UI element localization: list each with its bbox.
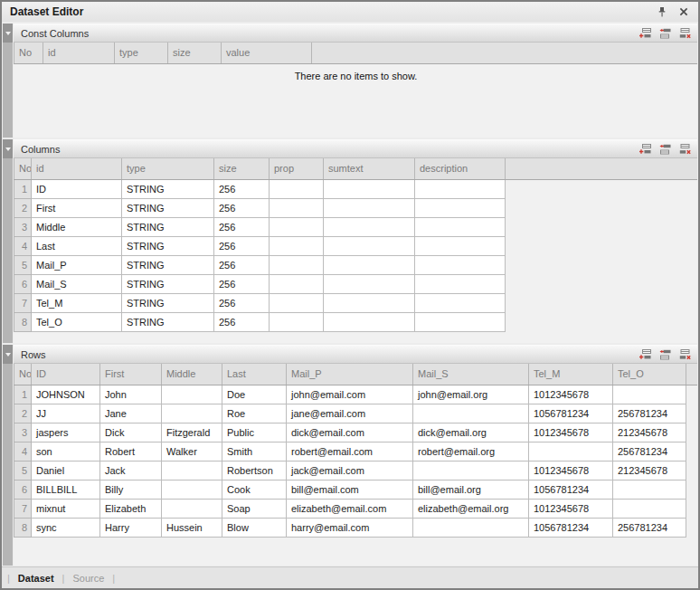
cell-tel_o[interactable] bbox=[613, 385, 686, 404]
row-number[interactable]: 7 bbox=[14, 293, 32, 312]
cell-last[interactable]: Public bbox=[222, 423, 287, 442]
column-header-prop[interactable]: prop bbox=[270, 158, 324, 179]
row-number[interactable]: 4 bbox=[14, 236, 32, 255]
column-header-id[interactable]: id bbox=[43, 43, 115, 63]
cell-tel_o[interactable]: 256781234 bbox=[613, 518, 686, 537]
cell-id[interactable]: Mail_S bbox=[32, 274, 122, 293]
column-header-last[interactable]: Last bbox=[222, 364, 287, 385]
column-header-id[interactable]: id bbox=[32, 158, 122, 179]
cell-size[interactable]: 256 bbox=[214, 179, 270, 198]
cell-mail_s[interactable]: dick@email.org bbox=[413, 423, 529, 442]
add-row-button[interactable] bbox=[639, 28, 651, 39]
cell-mail_s[interactable]: bill@email.org bbox=[413, 480, 529, 499]
cell-sumtext[interactable] bbox=[324, 236, 415, 255]
row-number[interactable]: 7 bbox=[14, 499, 32, 518]
cell-tel_o[interactable] bbox=[613, 480, 686, 499]
row-number[interactable]: 6 bbox=[14, 480, 32, 499]
cell-id[interactable]: son bbox=[32, 442, 100, 461]
cell-last[interactable]: Smith bbox=[222, 442, 287, 461]
cell-id[interactable]: BILLBILL bbox=[32, 480, 100, 499]
cell-description[interactable] bbox=[415, 179, 506, 198]
column-header-tel_m[interactable]: Tel_M bbox=[529, 364, 613, 385]
column-header-description[interactable]: description bbox=[415, 158, 506, 179]
cell-mail_p[interactable]: dick@email.com bbox=[287, 423, 413, 442]
row-number[interactable]: 3 bbox=[14, 217, 32, 236]
cell-size[interactable]: 256 bbox=[214, 255, 270, 274]
cell-id[interactable]: sync bbox=[32, 518, 100, 537]
column-header-tel_o[interactable]: Tel_O bbox=[613, 364, 686, 385]
cell-prop[interactable] bbox=[270, 312, 324, 331]
cell-mail_s[interactable]: elizabeth@email.org bbox=[413, 499, 529, 518]
collapse-columns-button[interactable] bbox=[3, 139, 13, 158]
cell-tel_o[interactable]: 256781234 bbox=[613, 442, 686, 461]
close-button[interactable] bbox=[677, 6, 689, 18]
cell-tel_m[interactable]: 1056781234 bbox=[529, 480, 613, 499]
cell-id[interactable]: mixnut bbox=[32, 499, 100, 518]
cell-type[interactable]: STRING bbox=[122, 179, 214, 198]
row-number[interactable]: 8 bbox=[14, 518, 32, 537]
cell-last[interactable]: Doe bbox=[222, 385, 287, 404]
cell-tel_o[interactable]: 212345678 bbox=[613, 423, 686, 442]
cell-description[interactable] bbox=[415, 236, 506, 255]
column-header-value[interactable]: value bbox=[222, 43, 312, 63]
cell-mail_p[interactable]: harry@email.com bbox=[287, 518, 413, 537]
cell-sumtext[interactable] bbox=[324, 274, 415, 293]
cell-type[interactable]: STRING bbox=[122, 198, 214, 217]
delete-row-button[interactable] bbox=[679, 28, 691, 39]
cell-tel_o[interactable]: 256781234 bbox=[613, 404, 686, 423]
cell-mail_p[interactable]: jack@email.com bbox=[287, 461, 413, 480]
cell-last[interactable]: Cook bbox=[222, 480, 287, 499]
cell-first[interactable]: Elizabeth bbox=[100, 499, 162, 518]
add-row-button[interactable] bbox=[639, 144, 651, 155]
column-header-no[interactable]: No bbox=[14, 158, 32, 179]
column-header-mail_p[interactable]: Mail_P bbox=[287, 364, 413, 385]
cell-prop[interactable] bbox=[270, 274, 324, 293]
column-header-type[interactable]: type bbox=[115, 43, 168, 63]
cell-middle[interactable]: Fitzgerald bbox=[162, 423, 222, 442]
cell-first[interactable]: Jack bbox=[100, 461, 162, 480]
column-header-no[interactable]: No bbox=[14, 43, 43, 63]
collapse-rows-button[interactable] bbox=[3, 345, 13, 364]
cell-prop[interactable] bbox=[270, 236, 324, 255]
cell-tel_m[interactable]: 1056781234 bbox=[529, 404, 613, 423]
cell-last[interactable]: Soap bbox=[222, 499, 287, 518]
cell-middle[interactable]: Hussein bbox=[162, 518, 222, 537]
add-row-button[interactable] bbox=[639, 349, 651, 360]
cell-mail_p[interactable]: elizabeth@email.com bbox=[287, 499, 413, 518]
cell-id[interactable]: JJ bbox=[32, 404, 100, 423]
cell-id[interactable]: Middle bbox=[32, 217, 122, 236]
row-number[interactable]: 5 bbox=[14, 255, 32, 274]
cell-middle[interactable] bbox=[162, 499, 222, 518]
column-header-sumtext[interactable]: sumtext bbox=[324, 158, 415, 179]
cell-type[interactable]: STRING bbox=[122, 312, 214, 331]
tab-source[interactable]: Source bbox=[72, 573, 104, 584]
cell-first[interactable]: Robert bbox=[100, 442, 162, 461]
cell-tel_m[interactable]: 1012345678 bbox=[529, 499, 613, 518]
column-header-type[interactable]: type bbox=[122, 158, 214, 179]
cell-id[interactable]: Last bbox=[32, 236, 122, 255]
cell-first[interactable]: John bbox=[100, 385, 162, 404]
cell-description[interactable] bbox=[415, 255, 506, 274]
collapse-const-columns-button[interactable] bbox=[3, 24, 13, 43]
cell-tel_m[interactable]: 1012345678 bbox=[529, 385, 613, 404]
cell-size[interactable]: 256 bbox=[214, 274, 270, 293]
row-number[interactable]: 2 bbox=[14, 198, 32, 217]
cell-tel_o[interactable]: 212345678 bbox=[613, 461, 686, 480]
cell-tel_m[interactable]: 1012345678 bbox=[529, 423, 613, 442]
column-header-middle[interactable]: Middle bbox=[162, 364, 222, 385]
cell-id[interactable]: Tel_M bbox=[32, 293, 122, 312]
cell-type[interactable]: STRING bbox=[122, 236, 214, 255]
row-number[interactable]: 4 bbox=[14, 442, 32, 461]
cell-id[interactable]: jaspers bbox=[32, 423, 100, 442]
cell-size[interactable]: 256 bbox=[214, 198, 270, 217]
delete-row-button[interactable] bbox=[679, 144, 691, 155]
cell-description[interactable] bbox=[415, 293, 506, 312]
cell-prop[interactable] bbox=[270, 179, 324, 198]
cell-size[interactable]: 256 bbox=[214, 293, 270, 312]
insert-row-button[interactable] bbox=[659, 349, 671, 360]
cell-middle[interactable] bbox=[162, 461, 222, 480]
cell-id[interactable]: JOHNSON bbox=[32, 385, 100, 404]
cell-size[interactable]: 256 bbox=[214, 312, 270, 331]
row-number[interactable]: 2 bbox=[14, 404, 32, 423]
cell-prop[interactable] bbox=[270, 255, 324, 274]
